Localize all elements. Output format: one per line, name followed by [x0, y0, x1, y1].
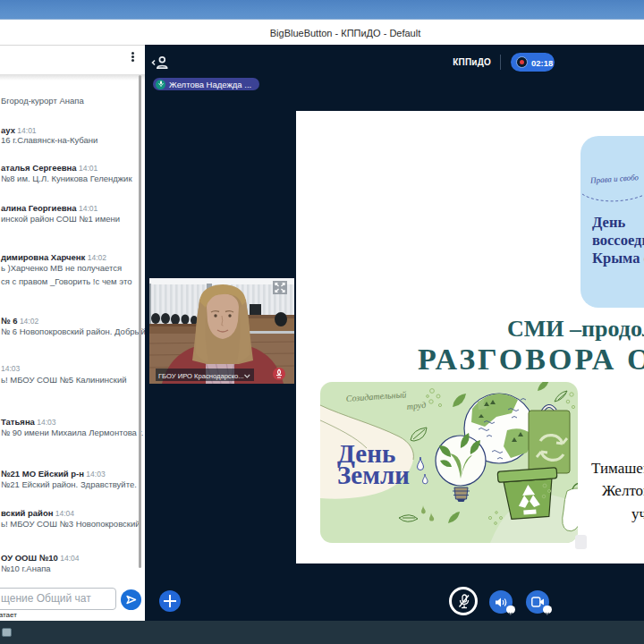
svg-text:ГБОУ ИРО Краснодарско...: ГБОУ ИРО Краснодарско... [158, 372, 244, 380]
svg-text:труд: труд [406, 400, 427, 411]
svg-text:Земли: Земли [337, 461, 410, 489]
